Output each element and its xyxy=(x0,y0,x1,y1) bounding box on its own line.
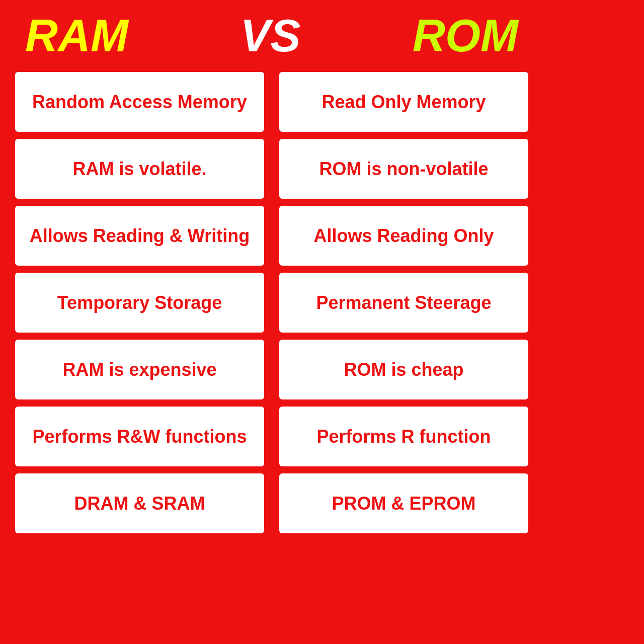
card-rom-text-5: Performs R function xyxy=(316,426,491,447)
card-ram-text-4: RAM is expensive xyxy=(62,359,216,380)
card-ram-text-1: RAM is volatile. xyxy=(72,158,206,180)
header: RAM VS ROM xyxy=(10,5,533,67)
ram-title: RAM xyxy=(25,10,128,62)
card-ram-0: Random Access Memory xyxy=(15,72,264,132)
card-rom-2: Allows Reading Only xyxy=(279,206,528,266)
card-rom-0: Read Only Memory xyxy=(279,72,528,132)
card-ram-3: Temporary Storage xyxy=(15,273,264,333)
card-rom-text-2: Allows Reading Only xyxy=(313,225,494,247)
rom-title: ROM xyxy=(413,10,518,62)
card-ram-1: RAM is volatile. xyxy=(15,139,264,199)
card-rom-6: PROM & EPROM xyxy=(279,473,528,533)
card-rom-3: Permanent Steerage xyxy=(279,273,528,333)
card-ram-2: Allows Reading & Writing xyxy=(15,206,264,266)
card-ram-5: Performs R&W functions xyxy=(15,407,264,466)
card-rom-1: ROM is non-volatile xyxy=(279,139,528,199)
card-ram-text-3: Temporary Storage xyxy=(57,292,222,313)
comparison-grid: Random Access MemoryRead Only MemoryRAM … xyxy=(10,72,533,533)
card-ram-4: RAM is expensive xyxy=(15,340,264,399)
card-rom-text-4: ROM is cheap xyxy=(344,359,463,380)
card-rom-text-6: PROM & EPROM xyxy=(332,493,475,514)
card-rom-4: ROM is cheap xyxy=(279,340,528,399)
card-ram-text-2: Allows Reading & Writing xyxy=(30,225,250,247)
card-rom-text-1: ROM is non-volatile xyxy=(319,158,488,180)
page-container: RAM VS ROM Random Access MemoryRead Only… xyxy=(0,0,543,543)
vs-label: VS xyxy=(240,10,300,62)
card-rom-text-0: Read Only Memory xyxy=(321,91,486,113)
card-ram-text-5: Performs R&W functions xyxy=(32,426,247,447)
card-ram-6: DRAM & SRAM xyxy=(15,473,264,533)
card-rom-5: Performs R function xyxy=(279,407,528,466)
card-ram-text-6: DRAM & SRAM xyxy=(74,493,205,514)
card-ram-text-0: Random Access Memory xyxy=(32,91,247,113)
card-rom-text-3: Permanent Steerage xyxy=(316,292,491,313)
